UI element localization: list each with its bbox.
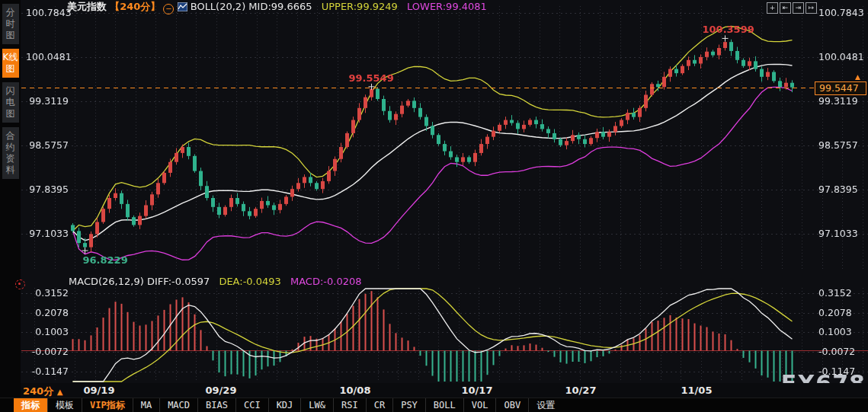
macd-title: MACD(26,12,9) [69, 276, 144, 287]
symbol-title: 美元指数 [67, 1, 107, 12]
main-axis-label-right: 97.1033 [818, 228, 858, 239]
toolbar-item-bias[interactable]: BIAS [197, 398, 235, 412]
toolbar-item-vip-indicators[interactable]: VIP指标 [82, 398, 133, 412]
current-price-tag: 99.5447 [815, 81, 866, 95]
alert-icon[interactable] [15, 279, 25, 289]
exit-right-button[interactable]: ↦ [806, 2, 817, 14]
crosshair-button[interactable]: + [767, 2, 778, 14]
main-axis-label-right: 99.3119 [818, 95, 858, 107]
macd-axis-label-left: 0.1003 [26, 326, 69, 337]
toolbar-item-boll[interactable]: BOLL [425, 398, 463, 412]
main-chart-header: 美元指数 【240分】 − BOLL(20,2) MID:99.6665 UPP… [67, 1, 487, 14]
period-selector[interactable]: 240分 ▲ [23, 385, 62, 398]
extreme-price-label: 99.5549 [349, 72, 394, 84]
macd-axis-label-left: -0.1147 [26, 366, 69, 377]
main-axis-label-left: 100.0481 [26, 51, 69, 62]
toolbar-item-cr[interactable]: CR [366, 398, 392, 412]
sidebar-tab-candle-chart[interactable]: K线图 [2, 49, 19, 78]
chart-app: 分时图K线图闪电图合约资料 美元指数 【240分】 − BOLL(20,2) M… [0, 0, 868, 412]
collapse-icon[interactable]: − [163, 4, 174, 14]
macd-header: MACD(26,12,9) DIFF:-0.0597 DEA:-0.0493 M… [69, 276, 362, 288]
macd-axis-label-right: 0.3152 [818, 287, 852, 299]
main-axis-label-right: 97.8395 [818, 184, 858, 195]
main-axis-label-left: 97.8395 [26, 184, 69, 195]
toolbar-item-rsi[interactable]: RSI [333, 398, 366, 412]
toolbar-item-vol[interactable]: VOL [463, 398, 496, 412]
main-axis-label-left: 97.1033 [26, 228, 69, 239]
toolbar-item-templates[interactable]: 模板 [47, 398, 82, 412]
main-axis-label-right: 100.0481 [818, 51, 864, 62]
macd-macd-value: MACD:-0.0208 [290, 276, 362, 287]
date-label: 09/29 [206, 385, 237, 396]
macd-axis-label-right: -0.0072 [818, 346, 855, 357]
period-arrow-icon: ▲ [57, 388, 63, 396]
sidebar-tab-contract-info[interactable]: 合约资料 [2, 127, 19, 179]
top-right-toolbar: +⇤⇥↦ [767, 2, 817, 14]
date-label: 09/19 [84, 385, 115, 396]
macd-axis-label-right: 0.2078 [818, 307, 852, 318]
period-selector-label: 240分 [23, 385, 53, 397]
macd-axis-label-left: -0.0072 [26, 346, 69, 357]
main-axis-label-right: 98.5757 [818, 139, 858, 151]
main-axis-label-left: 98.5757 [26, 139, 69, 151]
price-marker-icon: ▲ [855, 74, 860, 80]
toolbar-item-indicators[interactable]: 指标 [14, 398, 47, 412]
main-axis-label-left: 99.3119 [26, 95, 69, 107]
date-label: 10/08 [340, 385, 371, 396]
compress-right-button[interactable]: ⇥ [793, 2, 804, 14]
compress-left-button[interactable]: ⇤ [780, 2, 791, 14]
toolbar-item-ma[interactable]: MA [133, 398, 159, 412]
toolbar-item-lwr[interactable]: LW& [300, 398, 333, 412]
sidebar-tab-tick-chart[interactable]: 闪电图 [2, 82, 19, 123]
indicator-mini-icon [178, 2, 187, 11]
macd-axis-label-left: 0.2078 [26, 307, 69, 318]
period-badge: 【240分】 [110, 1, 160, 12]
toolbar-item-settings[interactable]: 设置 [528, 398, 562, 412]
extreme-price-label: 96.8229 [83, 254, 128, 266]
toolbar-item-psy[interactable]: PSY [392, 398, 425, 412]
main-axis-label-left: 100.7843 [26, 7, 69, 18]
extreme-price-label: 100.3599 [703, 24, 754, 35]
date-label: 10/27 [565, 385, 597, 396]
main-axis-label-right: 100.7843 [818, 7, 864, 18]
macd-axis-label-right: 0.1003 [818, 326, 852, 337]
macd-diff-value: DIFF:-0.0597 [147, 276, 210, 287]
macd-dea-value: DEA:-0.0493 [219, 276, 280, 287]
boll-mid-value: MID:99.6665 [248, 1, 312, 12]
chart-canvas[interactable] [0, 0, 868, 412]
date-label: 10/17 [462, 385, 493, 396]
toolbar-item-obv[interactable]: OBV [495, 398, 528, 412]
macd-axis-label-left: 0.3152 [26, 287, 69, 299]
toolbar-item-cci[interactable]: CCI [235, 398, 268, 412]
date-label: 11/05 [681, 385, 713, 396]
sidebar: 分时图K线图闪电图合约资料 [0, 0, 21, 412]
toolbar-item-macd[interactable]: MACD [159, 398, 197, 412]
boll-lower-value: LOWER:99.4081 [407, 1, 487, 12]
bottom-toolbar: 指标模板VIP指标MAMACDBIASCCIKDJLW&RSICRPSYBOLL… [0, 398, 868, 412]
toolbar-item-kdj[interactable]: KDJ [268, 398, 301, 412]
boll-label: BOLL(20,2) [191, 1, 246, 12]
boll-upper-value: UPPER:99.9249 [322, 1, 398, 12]
sidebar-tab-time-chart[interactable]: 分时图 [2, 4, 19, 44]
date-axis: 240分 ▲ 09/1909/2910/0810/1710/2711/05 [21, 383, 868, 398]
